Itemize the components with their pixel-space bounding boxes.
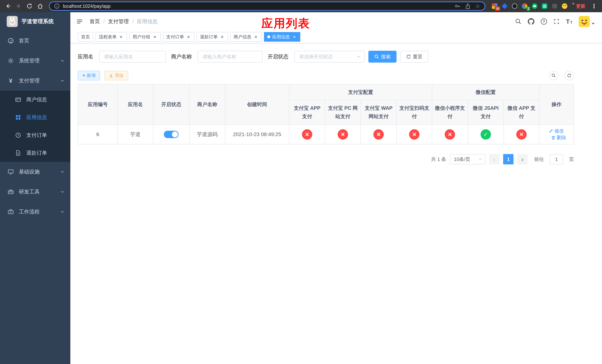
payment-status-icon xyxy=(302,129,312,139)
close-icon[interactable] xyxy=(152,34,157,39)
tab-home[interactable]: 首页 xyxy=(78,32,93,42)
help-icon[interactable] xyxy=(541,18,547,25)
edit-link[interactable]: 修改 xyxy=(549,128,564,134)
search-icon[interactable] xyxy=(515,18,521,25)
close-icon[interactable] xyxy=(186,34,191,39)
sidebar-item-label: 工作流程 xyxy=(19,208,40,215)
sidebar-item-infrastructure[interactable]: 基础设施 xyxy=(0,162,70,182)
sidebar-item-refund-order[interactable]: 退款订单 xyxy=(0,144,70,162)
password-key-icon[interactable] xyxy=(454,3,460,9)
reset-button[interactable]: 重置 xyxy=(400,51,428,63)
toolbox-icon xyxy=(7,189,14,195)
next-page-button[interactable] xyxy=(517,154,527,164)
total-count: 共 1 条 xyxy=(431,156,446,162)
export-button[interactable]: 导出 xyxy=(104,71,128,80)
sidebar-item-payment-mgmt[interactable]: 支付管理 xyxy=(0,71,70,91)
extension-icon-3[interactable] xyxy=(511,3,518,10)
col-actions: 操作 xyxy=(539,84,574,125)
tab-refund-order[interactable]: 退款订单 xyxy=(197,32,228,42)
add-button[interactable]: 新增 xyxy=(78,71,100,80)
sidebar-item-merchant-info[interactable]: 商户信息 xyxy=(0,91,70,108)
extension-icon-4[interactable]: 1 xyxy=(521,3,528,10)
chevron-down-icon xyxy=(356,55,361,59)
close-icon[interactable] xyxy=(253,34,258,39)
bookmark-star-icon[interactable] xyxy=(475,3,480,10)
page-number-1[interactable]: 1 xyxy=(503,154,514,164)
address-bar[interactable]: localhost:1024/pay/app xyxy=(49,1,485,11)
breadcrumb-section[interactable]: 支付管理 xyxy=(108,18,129,25)
status-toggle[interactable] xyxy=(164,131,179,138)
site-info-icon[interactable] xyxy=(54,3,60,9)
chevron-down-icon xyxy=(60,170,64,174)
sidebar-item-label: 基础设施 xyxy=(19,168,40,175)
extension-icon-5[interactable] xyxy=(531,3,538,10)
goto-label: 前往 xyxy=(534,156,544,162)
refresh-table-button[interactable] xyxy=(565,71,574,80)
sidebar-item-pay-order[interactable]: 支付订单 xyxy=(0,126,70,144)
select-placeholder: 请选择开启状态 xyxy=(299,54,333,60)
sidebar-item-home[interactable]: 首页 xyxy=(0,31,70,51)
extension-icon-1[interactable]: 10 xyxy=(491,3,498,10)
extension-icon-6[interactable] xyxy=(541,3,548,10)
notification-badge: 10 xyxy=(495,7,500,11)
toggle-search-button[interactable] xyxy=(549,71,558,80)
close-icon[interactable] xyxy=(292,34,297,39)
status-select[interactable]: 请选择开启状态 xyxy=(294,51,365,63)
col-alipay-pc: 支付宝 PC 网站支付 xyxy=(325,100,361,125)
tab-process-form[interactable]: 流程表单 xyxy=(96,32,127,42)
app-logo-row[interactable]: 芋道管理系统 xyxy=(0,12,70,31)
browser-forward-icon[interactable] xyxy=(14,1,24,11)
order-clock-icon xyxy=(15,132,22,138)
browser-home-icon[interactable] xyxy=(35,1,45,11)
breadcrumb-home[interactable]: 首页 xyxy=(90,18,100,25)
sidebar-item-app-info[interactable]: 应用信息 xyxy=(0,108,70,126)
share-icon[interactable] xyxy=(465,3,471,9)
delete-link[interactable]: 删除 xyxy=(551,134,566,141)
extension-icon-2[interactable] xyxy=(501,3,508,10)
extension-icon-7[interactable] xyxy=(551,3,558,10)
page-size-select[interactable]: 10条/页 xyxy=(450,154,485,164)
avatar[interactable] xyxy=(579,16,595,27)
browser-refresh-icon[interactable] xyxy=(24,1,34,11)
github-icon[interactable] xyxy=(528,18,534,25)
search-button[interactable]: 搜索 xyxy=(368,51,397,63)
app-name-input[interactable] xyxy=(99,51,166,63)
chevron-down-icon xyxy=(60,210,64,214)
font-size-icon[interactable] xyxy=(566,18,572,25)
browser-back-icon[interactable] xyxy=(3,1,13,11)
tab-app-info[interactable]: 应用信息 xyxy=(264,32,300,42)
col-app-name: 应用名 xyxy=(118,84,153,125)
tab-label: 商户信息 xyxy=(234,34,251,40)
sidebar-item-label: 支付管理 xyxy=(19,77,40,84)
goto-page-input[interactable] xyxy=(550,154,563,164)
tab-pay-order[interactable]: 支付订单 xyxy=(163,32,194,42)
sidebar-item-dev-tools[interactable]: 研发工具 xyxy=(0,182,70,202)
filter-label-app-name: 应用名 xyxy=(78,53,93,60)
cell-actions: 修改 删除 xyxy=(539,125,574,144)
col-alipay-app: 支付宝 APP 支付 xyxy=(289,100,325,125)
sidebar-item-workflow[interactable]: 工作流程 xyxy=(0,202,70,222)
tab-user-group[interactable]: 用户分组 xyxy=(129,32,161,42)
sidebar-item-system-mgmt[interactable]: 系统管理 xyxy=(0,51,70,71)
close-icon[interactable] xyxy=(118,34,124,39)
browser-chrome: localhost:1024/pay/app 10 1 更新 xyxy=(0,0,602,12)
cell-wechat-app xyxy=(504,125,539,144)
browser-menu-icon[interactable] xyxy=(589,1,599,11)
update-button[interactable]: 更新 xyxy=(571,2,588,11)
tabs-bar: 首页 流程表单 用户分组 支付订单 退款订单 商户信息 应用信息 xyxy=(70,31,602,43)
col-wechat-mini: 微信小程序支付 xyxy=(432,100,468,125)
tab-merchant-info[interactable]: 商户信息 xyxy=(230,32,262,42)
chevron-down-icon xyxy=(60,59,64,63)
payment-status-icon xyxy=(481,129,491,139)
prev-page-button[interactable] xyxy=(489,154,499,164)
card-icon xyxy=(15,97,22,103)
close-icon[interactable] xyxy=(220,34,225,39)
chevron-down-icon xyxy=(60,190,64,194)
extension-icon-8[interactable] xyxy=(561,3,568,10)
hamburger-icon[interactable] xyxy=(76,18,83,25)
merchant-name-input[interactable] xyxy=(198,51,262,63)
extensions-area: 10 1 xyxy=(489,3,570,10)
fullscreen-icon[interactable] xyxy=(553,18,559,25)
goto-suffix: 页 xyxy=(569,156,574,162)
breadcrumb-separator xyxy=(103,19,105,24)
